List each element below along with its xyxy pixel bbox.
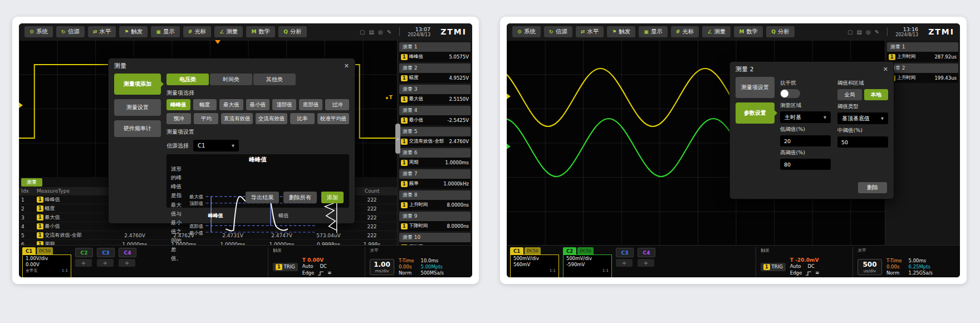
trigger-position-marker[interactable] [215,40,220,44]
measurement-item[interactable]: 测量 101正脉宽500.00us [399,233,471,245]
item-amplitude[interactable]: 幅度 [193,99,217,110]
touch-icon[interactable]: ✎ [387,29,391,35]
add-button[interactable]: 添加 [321,192,344,203]
measurement-item[interactable]: 测量 91下降时间8.0000ns [399,212,471,231]
menu-item-cursor[interactable]: #光标 [183,26,212,37]
trigger-menu-icon[interactable]: ≡ [327,270,331,277]
item-dc-rms[interactable]: 直流有效值 [221,113,253,124]
add-channel-button[interactable]: + [638,259,654,267]
trigger-level-marker[interactable]: T [386,95,393,100]
channel1-box[interactable]: C1 DC50 1.00V/div 0.00V 全带宽1:1 [22,247,71,277]
local-button[interactable]: 本地 [864,89,889,100]
menu-item-trigger[interactable]: ⚑触发 [607,26,635,37]
item-top[interactable]: 顶部值 [272,99,296,110]
channel4-chip[interactable]: C4 [638,248,655,257]
measurement-item[interactable]: 测量 81上升时间8.0000ns [399,190,471,210]
menu-item-horizontal[interactable]: ⇄水平 [88,26,116,37]
channel3-chip[interactable]: C3 [616,248,634,257]
menu-item-math[interactable]: M数学 [246,26,275,37]
menu-item-measure[interactable]: ∠测量 [214,26,243,37]
item-preshoot[interactable]: 预冲 [166,113,191,124]
network-icon[interactable]: ◎ [866,29,871,35]
channel1-marker[interactable] [19,102,23,108]
nav-measure-settings[interactable]: 测量设置 [114,99,161,116]
menu-item-measure[interactable]: ∠测量 [702,26,731,37]
item-base[interactable]: 底部值 [299,99,323,110]
item-overshoot[interactable]: 过冲 [325,99,349,110]
menu-item-system[interactable]: ⚙系统 [24,26,53,37]
network-icon[interactable]: ◎ [378,29,383,35]
menu-item-display[interactable]: ▣显示 [639,26,668,37]
delete-all-button[interactable]: 删除所有 [283,192,317,203]
add-channel-button[interactable]: + [97,259,114,267]
menu-item-cursor[interactable]: #光标 [671,26,699,37]
trigger-section[interactable]: 触发 1 TRIG T -20.0mV AutoDC Edge ≡ [756,247,849,277]
measurement-item[interactable]: 测量 21上升时间199.43us [887,63,958,83]
menu-item-source[interactable]: ↻信源 [56,26,85,37]
add-channel-button[interactable]: + [616,259,633,267]
measure-region-select[interactable]: 主时基▼ [780,111,831,123]
nav-param-settings[interactable]: 参数设置 [736,102,775,124]
measurement-item[interactable]: 测量 11上升时间287.92us [887,42,958,62]
channel1-marker[interactable] [507,94,511,99]
trigger-source-chip[interactable]: 1 TRIG [273,263,298,271]
item-cal-mean[interactable]: 校准平均值 [317,113,349,124]
menu-item-system[interactable]: ⚙系统 [512,26,541,37]
close-icon[interactable]: ✕ [883,66,888,73]
measurement-item[interactable]: 测量 11峰峰值5.0575V [399,42,471,62]
measurement-item[interactable]: 测量 51交流有效值-全部2.4760V [399,127,471,146]
export-results-button[interactable]: 导出结果 [246,192,279,203]
tab-voltage[interactable]: 电压类 [166,74,209,85]
measure-button[interactable]: 测量 [21,178,42,187]
timebase-box[interactable]: 500 us/div [857,259,882,275]
timebase-box[interactable]: 1.00 ms/div [370,259,394,275]
channel2-box[interactable]: C2 DC50 500mV/div -590mV 1:1 [563,247,612,277]
measurement-item[interactable]: 测量 31最大值2.5150V [399,85,471,104]
horizontal-section[interactable]: 水平 500 us/div T-Time5.00ms 0.00s6.25Mpts… [852,247,957,277]
screenshot-icon[interactable]: ▢ [847,29,852,35]
item-ac-rms[interactable]: 交流有效值 [256,113,287,124]
global-button[interactable]: 全局 [837,89,862,100]
trigger-menu-icon[interactable]: ≡ [815,270,819,277]
item-max[interactable]: 最大值 [219,99,243,110]
add-channel-button[interactable]: + [75,259,92,267]
channel1-box[interactable]: C1 DC50 500mV/div 560mV 1:1 [510,247,559,277]
high-threshold-input[interactable]: 80 [780,159,831,170]
touch-icon[interactable]: ✎ [875,29,879,35]
save-icon[interactable]: ▤ [857,29,862,35]
item-mean[interactable]: 平均 [194,113,218,124]
nav-add-measure[interactable]: 测量项添加 [114,74,161,95]
menu-item-horizontal[interactable]: ⇄水平 [576,26,604,37]
save-icon[interactable]: ▤ [369,29,374,35]
menu-item-trigger[interactable]: ⚑触发 [119,26,148,37]
item-ratio[interactable]: 比率 [290,113,315,124]
menu-item-analyze[interactable]: Q分析 [278,26,307,37]
menu-item-math[interactable]: M数学 [734,26,763,37]
mid-threshold-input[interactable]: 50 [837,136,888,148]
tab-other[interactable]: 其他类 [253,74,296,85]
tab-time[interactable]: 时间类 [210,74,252,85]
sidebar-collapse-handle[interactable]: › [395,124,400,154]
delete-button[interactable]: 删除 [858,182,887,193]
menu-item-display[interactable]: ▣显示 [151,26,180,37]
channel4-chip[interactable]: C4 [119,248,136,257]
close-icon[interactable]: ✕ [344,62,349,70]
item-min[interactable]: 最小值 [246,99,270,110]
item-peak-peak[interactable]: 峰峰值 [166,99,190,110]
channel3-chip[interactable]: C3 [97,248,115,257]
measurement-item[interactable]: 测量 41最小值-2.5425V [399,106,471,125]
horizontal-section[interactable]: 水平 1.00 ms/div T-Time10.0ms 0.00s5.00Mpt… [365,247,469,277]
menu-item-analyze[interactable]: Q分析 [766,26,795,37]
low-threshold-input[interactable]: 20 [780,135,831,146]
measurement-item[interactable]: 测量 71频率1.0000kHz [399,169,471,189]
anti-jitter-toggle[interactable] [780,89,800,98]
measurement-item[interactable]: 测量 61周期1.0000ms [399,148,471,168]
threshold-type-select[interactable]: 基顶基底值▼ [837,112,888,124]
channel2-chip[interactable]: C2 [75,248,93,257]
source-select[interactable]: C1 ▼ [193,140,239,151]
nav-item-settings[interactable]: 测量项设置 [736,77,775,98]
nav-hw-counter[interactable]: 硬件频率计 [114,120,161,137]
screenshot-icon[interactable]: ▢ [360,29,365,35]
channel2-marker[interactable] [507,144,511,149]
menu-item-source[interactable]: ↻信源 [544,26,572,37]
